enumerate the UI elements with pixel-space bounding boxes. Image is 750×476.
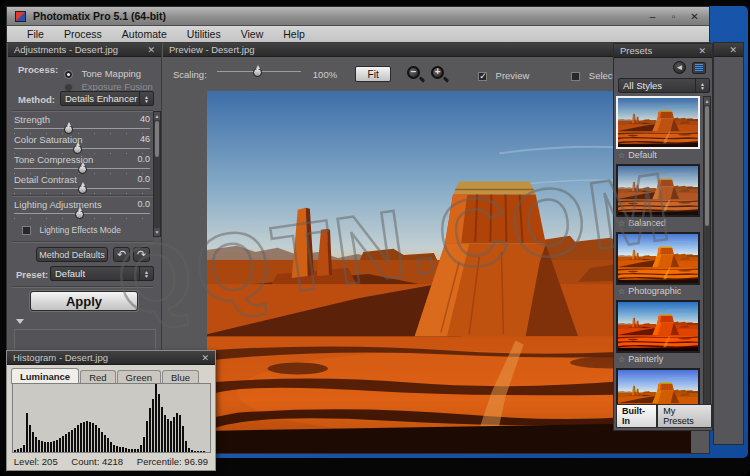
percentile-label: Percentile: (137, 456, 182, 467)
checkbox-icon (478, 72, 487, 81)
scroll-down-icon[interactable]: ▼ (154, 228, 160, 236)
redo-button[interactable]: ↷ (133, 247, 150, 262)
slider-thumb[interactable] (253, 68, 262, 77)
styles-filter-dropdown[interactable]: All Styles ▲▼ (618, 78, 710, 93)
menu-process[interactable]: Process (54, 28, 112, 40)
preset-item-photographic[interactable]: ☆Photographic (616, 232, 704, 297)
slider-lighting-adjustments[interactable]: Lighting Adjustments0.0 (14, 199, 150, 217)
checkbox-icon (22, 226, 31, 235)
adjustments-panel-titlebar: Adjustments - Desert.jpg ✕ (8, 43, 161, 57)
preset-label: Preset: (16, 269, 48, 280)
star-icon[interactable]: ☆ (618, 287, 625, 296)
presets-panel-title: Presets (620, 45, 652, 56)
slider-track[interactable] (14, 188, 150, 194)
menu-file[interactable]: File (17, 28, 54, 40)
compare-icon[interactable]: ◄ (673, 61, 686, 74)
zoom-in-icon[interactable]: + (431, 66, 448, 83)
window-titlebar: Photomatix Pro 5.1 (64-bit) – ▫ ✕ (7, 7, 709, 26)
scroll-up-icon[interactable]: ▲ (704, 97, 710, 105)
slider-thumb[interactable] (78, 185, 87, 194)
divider (12, 241, 153, 243)
slider-thumb[interactable] (78, 165, 87, 174)
presets-close-icon[interactable]: ✕ (698, 46, 706, 56)
preset-dropdown[interactable]: Default ▲▼ (50, 266, 154, 281)
star-icon[interactable]: ☆ (618, 219, 625, 228)
preset-item-balanced[interactable]: ☆Balanced (616, 164, 704, 229)
histogram-panel-title: Histogram - Desert.jpg (13, 352, 108, 363)
preset-item-painterly[interactable]: ☆Painterly (616, 300, 704, 365)
presets-panel-titlebar: Presets ✕ (614, 44, 712, 58)
scroll-up-icon[interactable]: ▲ (154, 112, 160, 120)
slider-tone-compression[interactable]: Tone Compression0.0 (14, 154, 150, 172)
preview-panel-title: Preview - Desert.jpg (169, 44, 255, 55)
menu-automate[interactable]: Automate (112, 28, 177, 40)
divider (12, 286, 153, 288)
presets-scrollbar[interactable]: ▲ ▼ (703, 96, 711, 420)
scaling-slider[interactable] (217, 71, 301, 77)
lighting-effects-checkbox[interactable]: Lighting Effects Mode (22, 219, 121, 237)
tab-red[interactable]: Red (80, 370, 115, 384)
tab-luminance[interactable]: Luminance (11, 368, 79, 384)
count-value: 4218 (102, 456, 123, 467)
adjustments-panel-title: Adjustments - Desert.jpg (14, 44, 118, 55)
histogram-stats: Level: 205 Count: 4218 Percentile: 96.99 (7, 456, 215, 467)
fit-button[interactable]: Fit (355, 66, 391, 82)
percentile-value: 96.99 (184, 456, 208, 467)
tab-my-presets[interactable]: My Presets (657, 404, 712, 428)
slider-thumb[interactable] (64, 125, 73, 134)
slider-detail-contrast[interactable]: Detail Contrast0.0 (14, 174, 150, 192)
divider (12, 195, 153, 197)
level-label: Level: (14, 456, 39, 467)
method-dropdown[interactable]: Details Enhancer ▲▼ (60, 91, 154, 106)
adjustments-close-icon[interactable]: ✕ (147, 45, 155, 55)
level-value: 205 (42, 456, 58, 467)
slider-thumb[interactable] (75, 210, 84, 219)
preset-list: ☆Default ☆Balanced (616, 96, 704, 420)
star-icon[interactable]: ☆ (618, 151, 625, 160)
histogram-plot[interactable] (12, 383, 211, 453)
method-defaults-button[interactable]: Method Defaults (36, 247, 108, 262)
presets-panel: Presets ✕ ◄ All Styles ▲▼ (613, 43, 713, 431)
app-logo-icon (15, 11, 26, 22)
histogram-panel-titlebar: Histogram - Desert.jpg ✕ (7, 351, 215, 365)
tab-blue[interactable]: Blue (162, 370, 199, 384)
tab-green[interactable]: Green (117, 370, 161, 384)
spinner-icon: ▲▼ (139, 92, 149, 105)
maximize-button[interactable]: ▫ (667, 11, 680, 22)
menu-view[interactable]: View (231, 28, 274, 40)
tab-built-in[interactable]: Built-In (616, 404, 657, 428)
expand-description-icon[interactable] (16, 319, 24, 324)
menu-help[interactable]: Help (273, 28, 315, 40)
scaling-label: Scaling: (173, 69, 207, 80)
screenshot-root: Photomatix Pro 5.1 (64-bit) – ▫ ✕ File P… (0, 0, 750, 476)
slider-color-saturation[interactable]: Color Saturation46 (14, 134, 150, 152)
divider (12, 110, 153, 112)
spinner-icon: ▲▼ (695, 79, 705, 92)
minimize-button[interactable]: – (646, 11, 659, 22)
apply-button[interactable]: Apply (30, 291, 138, 311)
adjustments-scrollbar[interactable]: ▲ ▼ (153, 111, 161, 237)
checkbox-icon (571, 72, 580, 81)
method-label: Method: (18, 94, 55, 105)
spinner-icon: ▲▼ (139, 267, 149, 280)
list-view-icon[interactable] (692, 62, 706, 74)
close-button[interactable]: ✕ (688, 11, 701, 22)
window-title: Photomatix Pro 5.1 (64-bit) (33, 10, 166, 22)
process-label: Process: (18, 64, 58, 75)
zoom-value: 100% (313, 69, 337, 80)
star-icon[interactable]: ☆ (618, 355, 625, 364)
undo-button[interactable]: ↶ (113, 247, 130, 262)
preview-checkbox[interactable]: Preview (478, 65, 529, 83)
count-label: Count: (71, 456, 99, 467)
menu-utilities[interactable]: Utilities (177, 28, 231, 40)
side-panel-close-icon[interactable]: ✕ (729, 45, 737, 55)
menu-bar: File Process Automate Utilities View Hel… (7, 26, 709, 43)
zoom-out-icon[interactable]: − (407, 66, 424, 83)
slider-thumb[interactable] (73, 145, 82, 154)
side-panel-titlebar: ✕ (714, 43, 743, 57)
slider-strength[interactable]: Strength40 (14, 114, 150, 132)
histogram-panel: Histogram - Desert.jpg ✕ Luminance Red G… (6, 350, 216, 471)
preset-item-default[interactable]: ☆Default (616, 96, 704, 161)
histogram-close-icon[interactable]: ✕ (201, 353, 209, 363)
side-panel: ✕ (713, 42, 744, 445)
